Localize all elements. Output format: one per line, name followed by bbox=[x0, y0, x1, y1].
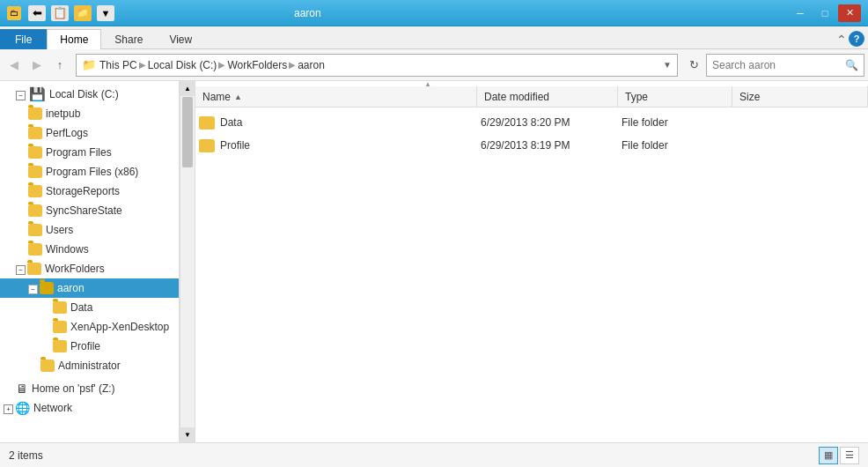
file-type-profile: File folder bbox=[622, 139, 736, 152]
folder-icon-programfiles bbox=[28, 146, 42, 159]
table-row[interactable]: Profile 6/29/2013 8:19 PM File folder bbox=[195, 134, 868, 157]
breadcrumb-aaron[interactable]: aaron bbox=[298, 59, 325, 71]
aaron-expand[interactable]: − bbox=[28, 282, 38, 294]
tree-item-storagereports[interactable]: StorageReports bbox=[0, 182, 179, 201]
file-date-profile: 6/29/2013 8:19 PM bbox=[481, 139, 622, 152]
forward-button[interactable]: ▶ bbox=[26, 55, 48, 76]
search-bar[interactable]: 🔍 bbox=[706, 54, 864, 77]
search-input[interactable] bbox=[712, 59, 845, 71]
left-panel-scrollbar[interactable]: ▲ ▼ bbox=[180, 81, 195, 442]
tree-item-programfilesx86[interactable]: Program Files (x86) bbox=[0, 162, 179, 182]
folder-icon-storagereports bbox=[28, 185, 42, 197]
tab-view[interactable]: View bbox=[156, 29, 205, 49]
folder-icon-users bbox=[28, 224, 42, 236]
view-toggle-buttons: ▦ ☰ bbox=[819, 447, 859, 464]
tree-item-localdisk[interactable]: − 💾 Local Disk (C:) bbox=[0, 85, 179, 104]
help-button[interactable]: ? bbox=[849, 31, 864, 47]
back-button[interactable]: ◀ bbox=[4, 55, 25, 76]
address-bar[interactable]: 📁 This PC ▶ Local Disk (C:) ▶ WorkFolder… bbox=[76, 54, 678, 77]
breadcrumb-workfolders[interactable]: WorkFolders bbox=[227, 59, 287, 71]
folder-icon-perflogs bbox=[28, 127, 42, 139]
app-icon: 🗀 bbox=[7, 6, 21, 20]
tree-item-profile[interactable]: Profile bbox=[0, 337, 179, 356]
tree-item-xenapp[interactable]: XenApp-XenDesktop bbox=[0, 317, 179, 337]
breadcrumb-localdisk[interactable]: Local Disk (C:) bbox=[148, 59, 217, 71]
title-bar: 🗀 ⬅ 📋 📁 ▼ aaron ─ □ ✕ bbox=[0, 0, 868, 26]
workfolders-expand[interactable]: − bbox=[16, 263, 26, 275]
tree-item-programfiles[interactable]: Program Files bbox=[0, 143, 179, 162]
minimize-button[interactable]: ─ bbox=[789, 4, 812, 22]
localdisk-drive-icon: 💾 bbox=[29, 86, 46, 102]
tree-item-programfiles-label: Program Files bbox=[46, 146, 112, 159]
refresh-button[interactable]: ↻ bbox=[683, 54, 704, 77]
tree-item-inetpub[interactable]: inetpub bbox=[0, 104, 179, 123]
tree-item-homepsf[interactable]: 🖥 Home on 'psf' (Z:) bbox=[0, 379, 179, 398]
file-type-data: File folder bbox=[622, 116, 736, 129]
table-row[interactable]: Data 6/29/2013 8:20 PM File folder bbox=[195, 111, 868, 134]
tree-item-data[interactable]: Data bbox=[0, 298, 179, 317]
details-view-button[interactable]: ☰ bbox=[840, 447, 859, 464]
col-header-size[interactable]: Size bbox=[732, 86, 868, 107]
network-expand[interactable]: + bbox=[4, 402, 13, 414]
tree-item-network[interactable]: + 🌐 Network bbox=[0, 398, 179, 418]
tree-item-aaron[interactable]: − aaron bbox=[0, 278, 179, 298]
folder-icon-data bbox=[53, 301, 67, 314]
folder-icon-administrator bbox=[40, 360, 55, 372]
tree-item-workfolders-label: WorkFolders bbox=[45, 263, 105, 275]
folder-icon-inetpub bbox=[28, 107, 42, 120]
localdisk-expand[interactable]: − bbox=[16, 88, 26, 100]
tree-item-windows-label: Windows bbox=[46, 243, 89, 256]
scrollbar-up-button[interactable]: ▲ bbox=[180, 81, 195, 96]
tree-item-windows[interactable]: Windows bbox=[0, 240, 179, 259]
left-panel-wrapper: − 💾 Local Disk (C:) inetpub bbox=[0, 81, 195, 442]
thumbnail-view-button[interactable]: ▦ bbox=[819, 447, 838, 464]
col-header-name[interactable]: Name ▲ bbox=[195, 86, 477, 107]
tree-item-homepsf-label: Home on 'psf' (Z:) bbox=[32, 382, 115, 395]
tree-item-users-label: Users bbox=[46, 224, 73, 236]
quick-access-arrow[interactable]: ▼ bbox=[97, 5, 114, 21]
tree-item-users[interactable]: Users bbox=[0, 220, 179, 240]
quick-access-folder[interactable]: 📁 bbox=[74, 5, 92, 21]
folder-icon-workfolders bbox=[27, 263, 41, 275]
folder-icon-xenapp bbox=[53, 321, 67, 333]
tree-item-inetpub-label: inetpub bbox=[46, 107, 80, 120]
folder-icon-windows bbox=[28, 243, 42, 256]
maximize-button[interactable]: □ bbox=[813, 4, 836, 22]
file-name-data: Data bbox=[199, 116, 481, 130]
tree-item-data-label: Data bbox=[70, 301, 92, 314]
tab-share[interactable]: Share bbox=[101, 29, 156, 49]
network-icon: 🌐 bbox=[15, 401, 30, 415]
right-panel: ▲ Name ▲ Date modified Type Size bbox=[195, 81, 868, 442]
tree-item-localdisk-label: Local Disk (C:) bbox=[49, 88, 119, 100]
col-header-date[interactable]: Date modified bbox=[477, 86, 618, 107]
tree-item-syncsharestate[interactable]: SyncShareState bbox=[0, 201, 179, 220]
quick-access-icon1[interactable]: ⬅ bbox=[28, 5, 46, 21]
file-date-data: 6/29/2013 8:20 PM bbox=[481, 116, 622, 129]
ribbon-chevron-icon[interactable]: ⌃ bbox=[836, 33, 847, 47]
file-list: Data 6/29/2013 8:20 PM File folder Profi… bbox=[195, 107, 868, 442]
title-controls: ─ □ ✕ bbox=[789, 4, 861, 22]
left-panel: − 💾 Local Disk (C:) inetpub bbox=[0, 81, 180, 442]
scrollbar-thumb[interactable] bbox=[182, 97, 193, 167]
status-bar: 2 items ▦ ☰ bbox=[0, 442, 868, 467]
window-title: aaron bbox=[294, 7, 321, 19]
folder-icon-file-profile bbox=[199, 139, 215, 152]
tree-item-perflogs[interactable]: PerfLogs bbox=[0, 123, 179, 143]
tree-item-network-label: Network bbox=[33, 402, 72, 414]
tab-home[interactable]: Home bbox=[47, 29, 101, 49]
tree-item-aaron-label: aaron bbox=[57, 282, 85, 294]
folder-icon-aaron bbox=[40, 282, 54, 294]
tree-item-syncsharestate-label: SyncShareState bbox=[46, 204, 122, 217]
up-button[interactable]: ↑ bbox=[49, 55, 70, 76]
tree-item-workfolders[interactable]: − WorkFolders bbox=[0, 259, 179, 278]
scrollbar-down-button[interactable]: ▼ bbox=[180, 427, 195, 442]
breadcrumb-thispc[interactable]: This PC bbox=[99, 59, 137, 71]
address-dropdown-icon[interactable]: ▼ bbox=[663, 60, 672, 70]
tab-file[interactable]: File bbox=[0, 29, 47, 49]
col-header-type[interactable]: Type bbox=[618, 86, 732, 107]
quick-access-icon2[interactable]: 📋 bbox=[51, 5, 69, 21]
tree-item-administrator[interactable]: Administrator bbox=[0, 356, 179, 375]
tree-item-xenapp-label: XenApp-XenDesktop bbox=[70, 321, 169, 333]
close-button[interactable]: ✕ bbox=[838, 4, 861, 22]
tree-item-profile-label: Profile bbox=[70, 340, 100, 352]
